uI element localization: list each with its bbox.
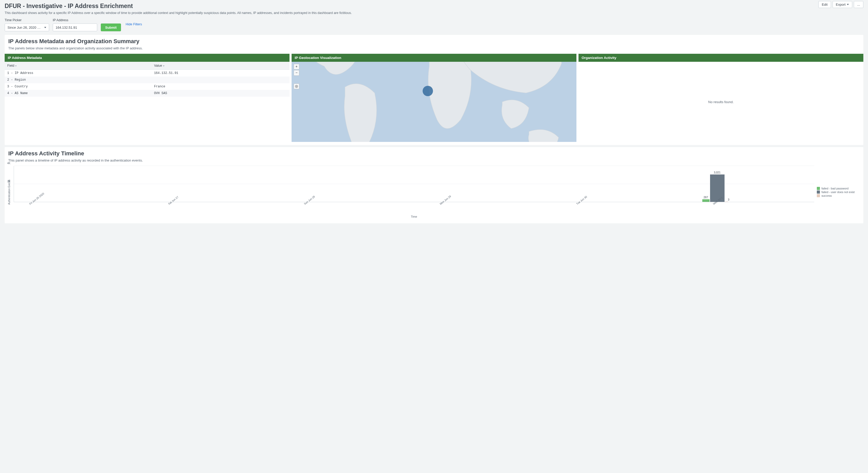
panel-organization-activity-header: Organization Activity (579, 54, 863, 62)
hide-filters-link[interactable]: Hide Filters (126, 23, 142, 27)
legend-item[interactable]: success (817, 194, 859, 197)
export-label: Export (836, 3, 846, 6)
map-marker (423, 86, 433, 96)
panel-ip-metadata: IP Address Metadata Field▾ Value▾ 1 - IP… (5, 54, 289, 142)
section-timeline-description: This panel shows a timeline of IP addres… (8, 158, 860, 162)
world-map-svg (291, 62, 577, 142)
dashboard-title: DFUR - Investigative - IP Address Enrich… (5, 3, 863, 9)
bar-label: 3,021 (714, 171, 720, 174)
chart-y-axis-label: Authentication Events (7, 180, 11, 205)
section-metadata-title: IP Address Metadata and Organization Sum… (8, 38, 860, 45)
map-canvas[interactable]: + − ◎ (291, 62, 577, 142)
bar-label: 287 (704, 196, 708, 199)
caret-down-icon (847, 4, 849, 5)
sort-icon: ▾ (15, 64, 17, 67)
time-picker-dropdown[interactable]: Since Jun 26, 2020 1:00:05... (5, 24, 49, 31)
map-zoom-out-button[interactable]: − (293, 70, 299, 76)
submit-button[interactable]: Submit (101, 24, 121, 31)
ytick: 4K (7, 162, 10, 165)
x-axis-ticks: Fri Jun 26 2020 Sat Jun 27 Sun Jun 28 Mo… (14, 202, 814, 215)
table-row: 2 - Region (5, 76, 289, 83)
legend-item[interactable]: failed - user does not exist (817, 190, 859, 194)
sort-icon: ▾ (163, 64, 164, 67)
export-button[interactable]: Export (833, 1, 852, 8)
timeline-chart[interactable]: 2K 4K 287 3,021 (14, 166, 814, 202)
edit-button[interactable]: Edit (818, 1, 831, 8)
col-value[interactable]: Value▾ (152, 62, 289, 70)
panel-ip-geolocation-header: IP Geolocation Visualization (291, 54, 577, 62)
ip-address-label: IP Address (53, 18, 97, 22)
more-actions-button[interactable]: ... (854, 1, 863, 8)
panel-ip-metadata-header: IP Address Metadata (5, 54, 289, 62)
dashboard-description: This dashboard shows activity for a spec… (5, 11, 863, 15)
col-field[interactable]: Field▾ (5, 62, 152, 70)
chart-x-axis-label: Time (14, 215, 814, 218)
panel-ip-geolocation: IP Geolocation Visualization (291, 54, 577, 142)
legend-swatch-icon (817, 190, 820, 194)
chart-legend: failed - bad password failed - user does… (817, 166, 861, 218)
bar-failed-bad-password (702, 199, 710, 202)
table-row: 1 - IP Address164.132.51.91 (5, 70, 289, 77)
caret-down-icon (44, 27, 46, 28)
time-picker-value: Since Jun 26, 2020 1:00:05... (7, 26, 42, 29)
bar-label: 3 (728, 198, 730, 201)
panel-organization-activity: Organization Activity No results found. (579, 54, 863, 142)
time-picker-label: Time Picker (5, 18, 49, 22)
bar-success (725, 201, 728, 202)
no-results-text: No results found. (579, 62, 863, 142)
ip-address-input[interactable] (56, 26, 94, 29)
map-locate-button[interactable]: ◎ (293, 84, 299, 89)
legend-swatch-icon (817, 187, 820, 190)
ip-metadata-table: Field▾ Value▾ 1 - IP Address164.132.51.9… (5, 62, 289, 97)
table-row: 4 - AS NameOVH SAS (5, 90, 289, 97)
map-zoom-in-button[interactable]: + (293, 64, 299, 69)
section-metadata-description: The panels below show metadata and organ… (8, 46, 860, 50)
table-row: 3 - CountryFrance (5, 83, 289, 90)
legend-swatch-icon (817, 194, 820, 197)
ytick: 2K (7, 180, 10, 183)
section-timeline-title: IP Address Activity Timeline (8, 150, 860, 157)
legend-item[interactable]: failed - bad password (817, 187, 859, 190)
